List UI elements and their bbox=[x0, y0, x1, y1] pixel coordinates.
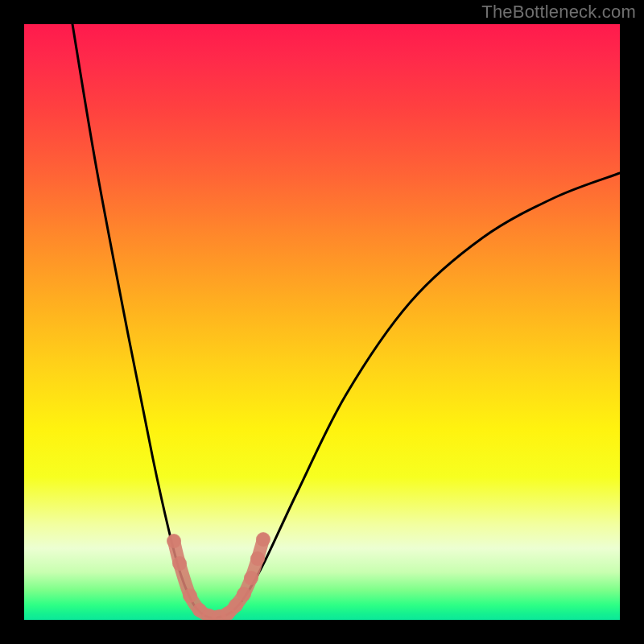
marker-dot bbox=[244, 571, 258, 585]
watermark-text: TheBottleneck.com bbox=[481, 2, 636, 23]
marker-dot bbox=[183, 588, 197, 603]
plot-area bbox=[24, 24, 620, 620]
marker-dot bbox=[256, 532, 270, 547]
marker-dot bbox=[250, 551, 265, 566]
bottleneck-curve bbox=[72, 24, 620, 617]
marker-dot bbox=[172, 556, 187, 571]
frame: TheBottleneck.com bbox=[0, 0, 644, 644]
marker-dot bbox=[167, 534, 181, 548]
marker-dot bbox=[237, 587, 251, 601]
curve-svg bbox=[24, 24, 620, 620]
